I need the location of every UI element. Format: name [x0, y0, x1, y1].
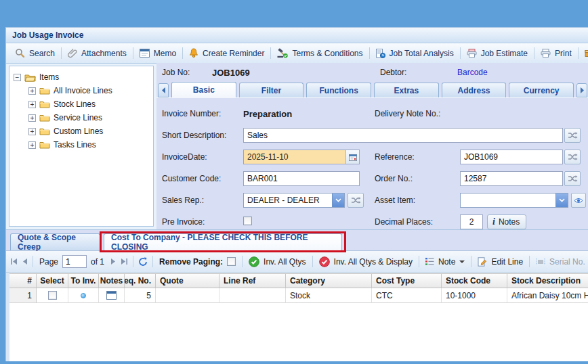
invoice-date-label: InvoiceDate:: [162, 152, 207, 162]
shuffle-icon: [568, 175, 578, 183]
tab-scroll-right-button[interactable]: [576, 83, 587, 97]
search-button[interactable]: Search: [9, 45, 61, 62]
notes-button[interactable]: i Notes: [487, 214, 526, 229]
collect-deliver-button[interactable]: Collect / D: [579, 45, 588, 62]
asset-item-dropdown[interactable]: [460, 193, 568, 208]
expand-icon[interactable]: [28, 141, 36, 149]
column-header-num[interactable]: #: [9, 274, 37, 288]
items-tree-panel: Items All Invoice Lines Stock Lines Serv…: [9, 66, 154, 227]
next-page-button[interactable]: [110, 255, 116, 269]
column-header-quote[interactable]: Quote: [156, 274, 219, 288]
remove-paging-checkbox[interactable]: [227, 257, 236, 266]
lookup-shuffle-button[interactable]: [348, 193, 364, 208]
tree-item-custom-lines[interactable]: Custom Lines: [28, 124, 153, 138]
tab-scroll-left-button[interactable]: [158, 83, 169, 97]
tab-label: Quote & Scope Creep: [18, 233, 93, 252]
tab-filter[interactable]: Filter: [239, 83, 304, 97]
tree-item-tasks-lines[interactable]: Tasks Lines: [28, 138, 153, 152]
grid-data-row[interactable]: 1 5 Stock CTC 10-1000 African Daisy 10cm…: [9, 288, 588, 303]
serial-no-label: Serial No.: [549, 257, 585, 267]
order-no-input[interactable]: [460, 171, 563, 186]
decimal-places-input[interactable]: [460, 214, 483, 229]
prev-page-button[interactable]: [22, 255, 28, 269]
column-header-seq-no[interactable]: Seq. No.: [125, 274, 156, 288]
job-total-analysis-button[interactable]: Job Total Analysis: [370, 45, 460, 62]
print-button[interactable]: Print: [534, 45, 578, 62]
invoice-date-input[interactable]: 2025-11-10: [243, 150, 360, 164]
inv-all-qtys-display-button[interactable]: Inv. All Qtys & Display: [318, 256, 414, 267]
column-header-notes[interactable]: Notes: [99, 274, 125, 288]
lookup-shuffle-button[interactable]: [564, 128, 581, 143]
serial-no-button[interactable]: Serial No.: [534, 257, 587, 267]
memo-button[interactable]: Memo: [133, 45, 182, 62]
notes-cell: [99, 288, 125, 303]
customer-code-input[interactable]: [243, 171, 360, 186]
to-invoice-indicator-icon[interactable]: [81, 293, 86, 298]
expand-icon[interactable]: [28, 128, 36, 135]
tree-item-service-lines[interactable]: Service Lines: [28, 111, 153, 124]
attachments-button[interactable]: Attachments: [62, 45, 133, 62]
stock-description-cell: African Daisy 10cm High: [507, 288, 588, 303]
expand-icon[interactable]: [28, 101, 36, 108]
toolbar-separator: [471, 256, 471, 267]
calendar-icon: [349, 154, 357, 161]
note-dropdown-button[interactable]: Note: [424, 257, 466, 267]
column-header-to-inv[interactable]: To Inv.: [68, 274, 99, 288]
reference-input[interactable]: [460, 150, 563, 164]
date-picker-button[interactable]: [345, 150, 359, 164]
serial-number-icon: [536, 258, 545, 266]
refresh-button[interactable]: [138, 255, 148, 269]
chevron-down-icon[interactable]: [555, 194, 568, 207]
create-reminder-button[interactable]: Create Reminder: [183, 45, 270, 62]
column-header-cost-type[interactable]: Cost Type: [372, 274, 442, 288]
last-page-button[interactable]: [121, 255, 128, 269]
tree-item-label: Custom Lines: [54, 127, 103, 136]
job-total-analysis-label: Job Total Analysis: [390, 49, 454, 58]
tab-quote-scope-creep[interactable]: Quote & Scope Creep: [10, 233, 100, 250]
terms-conditions-button[interactable]: Terms & Conditions: [271, 45, 369, 62]
tab-currency[interactable]: Currency: [509, 83, 574, 97]
chevron-down-icon[interactable]: [332, 194, 344, 207]
tab-cost-to-company[interactable]: Cost To Company - PLEASE CHECK THIS BEFO…: [104, 233, 342, 250]
column-header-stock-description[interactable]: Stock Description: [507, 274, 588, 288]
window-titlebar: Job Usage Invoice: [6, 28, 588, 43]
memo-icon: [140, 49, 150, 58]
column-header-stock-code[interactable]: Stock Code: [442, 274, 507, 288]
refresh-icon: [138, 257, 148, 267]
sales-rep-dropdown[interactable]: DEALER - DEALER: [243, 193, 345, 208]
job-no-label: Job No:: [162, 68, 190, 77]
debtor-link[interactable]: Barcode: [457, 68, 488, 77]
tab-basic[interactable]: Basic: [171, 82, 236, 97]
pre-invoice-checkbox[interactable]: [243, 217, 252, 225]
column-header-line-ref[interactable]: Line Ref: [219, 274, 286, 288]
collapse-icon[interactable]: [14, 74, 21, 81]
form-tabs: Basic Filter Functions Extras Address Cu…: [158, 82, 587, 97]
tree-item-stock-lines[interactable]: Stock Lines: [28, 97, 153, 111]
tab-address[interactable]: Address: [442, 83, 507, 97]
first-page-button[interactable]: [10, 255, 18, 269]
inv-all-qtys-button[interactable]: Inv. All Qtys: [247, 256, 307, 267]
shuffle-icon: [568, 153, 578, 161]
pre-invoice-label: Pre Invoice:: [162, 217, 205, 227]
column-header-select[interactable]: Select: [37, 274, 68, 288]
to-inv-cell: [68, 288, 99, 303]
tab-label: Currency: [524, 86, 560, 95]
view-asset-button[interactable]: [571, 193, 586, 208]
tree-root-label: Items: [39, 72, 59, 82]
lookup-shuffle-button[interactable]: [564, 150, 581, 164]
edit-line-button[interactable]: Edit Line: [476, 257, 524, 267]
row-notes-icon[interactable]: [106, 291, 117, 300]
tab-functions[interactable]: Functions: [306, 83, 371, 97]
page-number-input[interactable]: [62, 255, 87, 268]
expand-icon[interactable]: [28, 87, 36, 95]
lookup-shuffle-button[interactable]: [564, 171, 581, 186]
row-select-checkbox[interactable]: [48, 291, 57, 300]
tree-item-all-invoice-lines[interactable]: All Invoice Lines: [28, 84, 153, 97]
column-header-category[interactable]: Category: [286, 274, 372, 288]
short-description-input[interactable]: [243, 128, 563, 143]
tab-extras[interactable]: Extras: [374, 83, 439, 97]
job-estimate-button[interactable]: Job Estimate: [461, 45, 534, 62]
tab-label: Address: [458, 86, 490, 95]
tree-root-items[interactable]: Items: [14, 70, 153, 84]
expand-icon[interactable]: [28, 114, 36, 122]
